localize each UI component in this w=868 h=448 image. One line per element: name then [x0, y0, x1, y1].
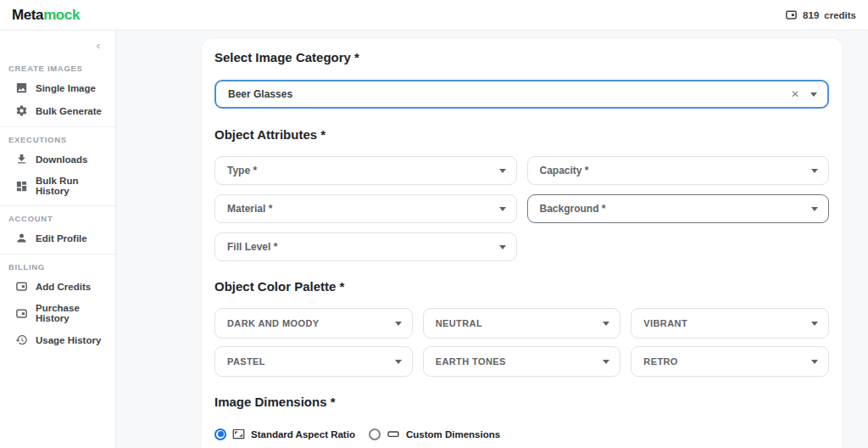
- chevron-down-icon: [810, 92, 817, 97]
- category-heading: Select Image Category *: [214, 50, 829, 64]
- sidebar-item-single-image[interactable]: Single Image: [0, 76, 115, 99]
- material-dropdown-label: Material *: [227, 203, 272, 215]
- sidebar-item-label: Bulk Run History: [36, 176, 112, 196]
- sidebar-collapse-icon[interactable]: ‹: [97, 40, 100, 51]
- chevron-down-icon: [811, 207, 818, 211]
- background-dropdown[interactable]: Background *: [527, 194, 830, 223]
- sidebar-section-create-images: CREATE IMAGES: [0, 56, 115, 76]
- image-icon: [15, 81, 28, 94]
- chevron-down-icon: [603, 360, 609, 364]
- aspect-ratio-icon: [232, 428, 245, 440]
- type-dropdown-label: Type *: [227, 165, 257, 176]
- person-icon: [15, 232, 28, 244]
- palette-heading: Object Color Palette *: [214, 279, 829, 294]
- radio-label: Custom Dimensions: [406, 429, 500, 440]
- sidebar-item-label: Add Credits: [36, 282, 91, 292]
- palette-dropdown-label: DARK AND MOODY: [227, 318, 319, 328]
- palette-dropdown-label: VIBRANT: [643, 318, 687, 328]
- fill-level-dropdown[interactable]: Fill Level *: [214, 232, 517, 261]
- category-select-value: Beer Glasses: [228, 88, 292, 100]
- sidebar-item-label: Bulk Generate: [36, 106, 102, 116]
- chevron-down-icon: [395, 322, 402, 326]
- sidebar-item-usage-history[interactable]: Usage History: [0, 328, 115, 351]
- main-area: Select Image Category * Beer Glasses ✕ O…: [116, 31, 868, 448]
- sidebar: ‹ CREATE IMAGES Single Image Bulk Genera…: [0, 31, 116, 448]
- palette-dropdown-label: RETRO: [643, 356, 678, 367]
- chevron-down-icon: [395, 360, 402, 364]
- sidebar-item-label: Purchase History: [36, 303, 112, 323]
- palette-dropdown-neutral[interactable]: NEUTRAL: [423, 308, 621, 339]
- custom-dimensions-icon: [387, 428, 400, 440]
- chevron-down-icon: [811, 322, 818, 326]
- palette-dropdown-label: PASTEL: [227, 356, 265, 367]
- sidebar-item-add-credits[interactable]: Add Credits: [0, 275, 115, 298]
- palette-dropdown-label: EARTH TONES: [436, 356, 506, 367]
- credits-label: credits: [824, 10, 856, 20]
- sidebar-item-label: Edit Profile: [36, 233, 87, 244]
- sidebar-section-billing: BILLING: [0, 255, 115, 275]
- credits-indicator: 819 credits: [785, 8, 856, 21]
- gear-icon: [15, 104, 28, 117]
- sidebar-item-label: Usage History: [36, 335, 101, 345]
- palette-dropdown-pastel[interactable]: PASTEL: [214, 346, 413, 377]
- palette-dropdown-label: NEUTRAL: [436, 318, 482, 328]
- form-card: Select Image Category * Beer Glasses ✕ O…: [201, 37, 843, 448]
- sidebar-item-edit-profile[interactable]: Edit Profile: [0, 227, 115, 249]
- palette-dropdown-retro[interactable]: RETRO: [631, 346, 829, 377]
- sidebar-item-label: Downloads: [36, 154, 87, 165]
- chevron-down-icon: [499, 207, 506, 211]
- sidebar-item-downloads[interactable]: Downloads: [0, 148, 115, 171]
- radio-unselected-icon[interactable]: [369, 428, 381, 440]
- capacity-dropdown[interactable]: Capacity *: [527, 156, 830, 185]
- chevron-down-icon: [811, 360, 818, 364]
- palette-dropdown-vibrant[interactable]: VIBRANT: [631, 308, 829, 339]
- chevron-down-icon: [499, 245, 506, 249]
- chevron-down-icon: [603, 322, 609, 326]
- capacity-dropdown-label: Capacity *: [540, 165, 589, 176]
- clear-icon[interactable]: ✕: [791, 89, 799, 99]
- dashboard-icon: [15, 180, 28, 193]
- sidebar-section-account: ACCOUNT: [0, 206, 115, 227]
- credits-wallet-icon: [785, 8, 798, 21]
- palette-dropdown-earth-tones[interactable]: EARTH TONES: [423, 346, 621, 377]
- background-dropdown-label: Background *: [540, 203, 606, 215]
- sidebar-item-purchase-history[interactable]: Purchase History: [0, 298, 115, 328]
- material-dropdown[interactable]: Material *: [214, 194, 517, 223]
- logo-text-mock: mock: [43, 7, 80, 23]
- chevron-down-icon: [811, 169, 818, 173]
- radio-selected-icon[interactable]: [214, 428, 226, 440]
- chevron-down-icon: [499, 169, 506, 173]
- app-logo[interactable]: Metamock: [12, 7, 80, 24]
- history-icon: [15, 333, 28, 346]
- logo-text-meta: Meta: [12, 7, 43, 23]
- type-dropdown[interactable]: Type *: [214, 156, 517, 185]
- dimensions-heading: Image Dimensions *: [214, 395, 829, 409]
- radio-standard-aspect-ratio[interactable]: Standard Aspect Ratio: [214, 428, 355, 440]
- radio-custom-dimensions[interactable]: Custom Dimensions: [369, 428, 500, 440]
- sidebar-item-label: Single Image: [36, 83, 96, 93]
- wallet-icon: [15, 280, 28, 293]
- download-icon: [15, 153, 28, 165]
- sidebar-item-bulk-run-history[interactable]: Bulk Run History: [0, 171, 115, 201]
- palette-dropdown-dark-and-moody[interactable]: DARK AND MOODY: [214, 308, 413, 339]
- sidebar-section-executions: EXECUTIONS: [0, 127, 115, 148]
- attributes-heading: Object Attributes *: [214, 127, 829, 142]
- credits-count: 819: [803, 10, 819, 20]
- category-select[interactable]: Beer Glasses ✕: [214, 80, 829, 109]
- radio-label: Standard Aspect Ratio: [251, 429, 355, 440]
- fill-level-dropdown-label: Fill Level *: [227, 241, 277, 253]
- sidebar-item-bulk-generate[interactable]: Bulk Generate: [0, 99, 115, 122]
- wallet-icon: [15, 307, 28, 320]
- top-navbar: Metamock 819 credits: [0, 0, 868, 31]
